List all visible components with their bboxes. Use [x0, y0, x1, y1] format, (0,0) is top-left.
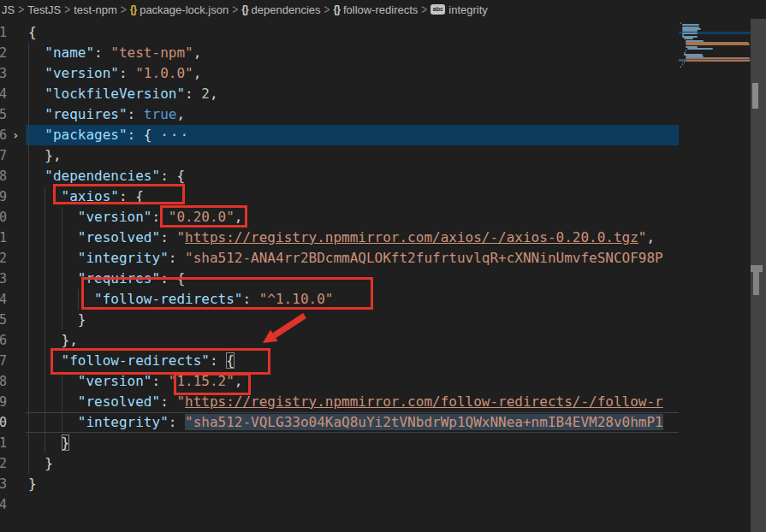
code-token: "integrity": [78, 250, 169, 266]
code-line[interactable]: 15 }: [0, 310, 679, 330]
code-line[interactable]: 2 "name": "test-npm",: [0, 43, 679, 63]
url-link[interactable]: https://registry.npmmirror.com/axios/-/a…: [185, 229, 638, 245]
indent-guide: [45, 228, 45, 248]
fold-chevron-icon[interactable]: ›: [12, 125, 19, 145]
code-token: [28, 127, 45, 143]
code-token: ,: [235, 373, 243, 389]
indent-guide: [28, 433, 29, 453]
minimap-line: [687, 48, 713, 50]
code-token: [28, 250, 78, 266]
code-token: ,: [235, 209, 243, 225]
breadcrumb-item-test-npm[interactable]: test-npm: [73, 3, 118, 16]
code-line[interactable]: 20 "integrity": "sha512-VQLG33o04KaQ8uYi…: [0, 412, 679, 433]
breadcrumb-item-integrity[interactable]: abc integrity: [430, 3, 489, 16]
code-line[interactable]: 7 },: [0, 145, 679, 166]
code-token: ": [176, 393, 185, 410]
indent-guide: [62, 310, 62, 330]
url-link[interactable]: https://registry.npmmirror.com/follow-re…: [185, 393, 663, 410]
code-line[interactable]: 22 }: [0, 453, 679, 474]
line-number: 24: [0, 494, 7, 515]
breadcrumb-label: TestJS: [27, 3, 61, 16]
indent-guide: [28, 289, 29, 310]
code-line[interactable]: 11 "resolved": "https://registry.npmmirr…: [0, 228, 679, 248]
code-token: ,: [193, 65, 202, 81]
scrollbar-marker: [753, 272, 759, 295]
code-line[interactable]: 12 "integrity": "sha512-ANA4rr2BDcmmAQLO…: [0, 248, 679, 269]
code-line[interactable]: 4 "lockfileVersion": 2,: [0, 84, 679, 104]
code-line[interactable]: 9 "axios": {: [0, 186, 679, 207]
code-token: "follow-redirects": [94, 291, 242, 307]
indent-guide: [45, 351, 45, 371]
code-line[interactable]: 3 "version": "1.0.0",: [0, 63, 679, 84]
code-token: :: [169, 250, 185, 266]
breadcrumb-item-dependencies[interactable]: {} dependencies: [240, 3, 321, 16]
line-number: 3: [0, 63, 7, 84]
code-token: 2: [201, 86, 210, 102]
indent-guide: [28, 84, 29, 104]
object-symbol-icon: {}: [334, 3, 340, 15]
indent-guide: [45, 413, 45, 432]
code-token: "^1.10.0": [259, 291, 334, 307]
indent-guide: [45, 392, 45, 412]
code-token: "sha512-VQLG33o04KaQ8uYi2tVNbdrWp1QWxNNe…: [185, 414, 663, 430]
code-token: [28, 393, 78, 410]
line-number: 1: [0, 22, 7, 43]
code-token: },: [28, 332, 78, 348]
line-number: 12: [0, 248, 7, 269]
code-line[interactable]: 23}: [0, 474, 679, 494]
indent-guide: [45, 207, 45, 228]
indent-guide: [28, 207, 29, 228]
indent-guide: [45, 248, 45, 269]
line-number: 9: [0, 186, 7, 207]
code-line[interactable]: 8 "dependencies": {: [0, 166, 679, 186]
code-line[interactable]: 14 "follow-redirects": "^1.10.0": [0, 289, 679, 310]
code-token: [28, 86, 45, 102]
scrollbar-marker: [751, 265, 763, 272]
indent-guide: [28, 104, 29, 125]
code-line[interactable]: 6› "packages": { ···: [0, 125, 679, 145]
code-line[interactable]: 13 "requires": {: [0, 269, 679, 289]
breadcrumb-label: dependencies: [252, 3, 321, 16]
code-line[interactable]: 24: [0, 494, 679, 515]
breadcrumb-item-js[interactable]: JS: [1, 3, 15, 16]
code-token: }: [28, 476, 37, 492]
code-token: "name": [45, 44, 94, 61]
code-token: :: [94, 44, 110, 61]
code-token: :: [242, 291, 258, 307]
line-number: 2: [0, 43, 7, 63]
code-token: [28, 209, 78, 225]
indent-guide: [62, 413, 62, 432]
indent-guide: [28, 166, 29, 186]
indent-guide: [28, 63, 29, 84]
breadcrumb-item-testjs[interactable]: TestJS: [27, 3, 62, 16]
code-token: :: [210, 352, 226, 369]
code-line[interactable]: 16 },: [0, 330, 679, 351]
code-token: "version": [45, 65, 119, 81]
code-token: :: [152, 373, 169, 389]
line-number: 19: [0, 392, 7, 412]
breadcrumb-item-follow-redirects[interactable]: {} follow-redirects: [333, 3, 419, 16]
code-line[interactable]: 19 "resolved": "https://registry.npmmirr…: [0, 392, 679, 412]
code-line[interactable]: 10 "version": "0.20.0",: [0, 207, 679, 228]
code-token: ": [176, 229, 185, 245]
line-number: 17: [0, 351, 7, 371]
minimap[interactable]: [679, 19, 751, 532]
code-editor[interactable]: 1{2 "name": "test-npm",3 "version": "1.0…: [0, 19, 679, 532]
indent-guide: [28, 310, 29, 330]
code-token: : {: [128, 127, 161, 143]
code-token: true: [144, 106, 177, 122]
code-token: "0.20.0": [169, 209, 235, 225]
code-line[interactable]: 1{: [0, 22, 679, 43]
indent-guide: [28, 125, 29, 145]
code-line[interactable]: 18 "version": "1.15.2",: [0, 371, 679, 392]
breadcrumb-separator-icon: >: [15, 2, 27, 17]
code-token: :: [152, 209, 169, 225]
code-line[interactable]: 17 "follow-redirects": {: [0, 351, 679, 371]
minimap-line: [682, 33, 698, 34]
code-token: "integrity": [78, 414, 169, 430]
code-line[interactable]: 5 "requires": true,: [0, 104, 679, 125]
scrollbar-thumb[interactable]: [752, 83, 758, 109]
code-line[interactable]: 21 }: [0, 433, 679, 453]
breadcrumb-item-package-lock-json[interactable]: {} package-lock.json: [129, 3, 229, 16]
scrollbar-track: [751, 19, 766, 532]
